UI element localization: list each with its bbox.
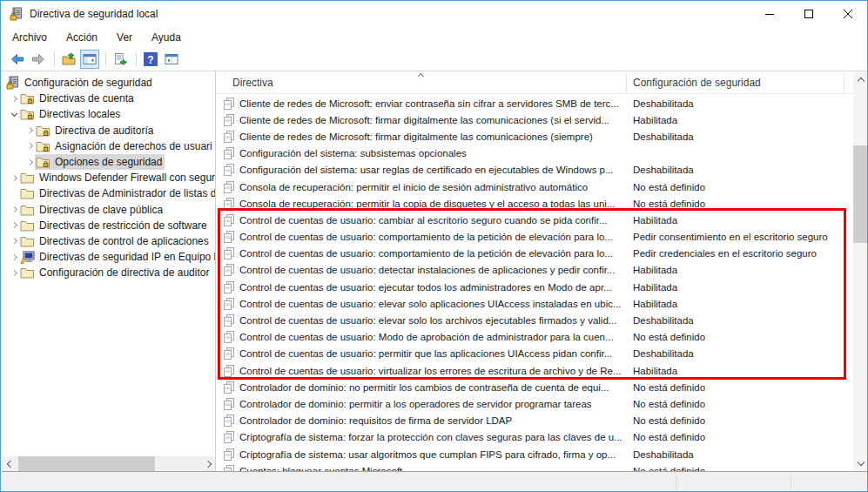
expander-collapsed-icon[interactable] xyxy=(24,160,35,165)
scroll-left-button[interactable] xyxy=(2,456,17,471)
policy-row[interactable]: 10010Configuración del sistema: subsiste… xyxy=(217,145,853,162)
column-header-directiva[interactable]: Directiva xyxy=(232,71,624,94)
policy-row[interactable]: 10010Consola de recuperación: permitir l… xyxy=(217,195,853,212)
expander-collapsed-icon[interactable] xyxy=(9,239,19,243)
menu-ver[interactable]: Ver xyxy=(107,28,142,47)
policy-document-icon: 10010 xyxy=(223,181,235,193)
show-action-pane-button[interactable] xyxy=(162,50,181,69)
menu-accion[interactable]: Acción xyxy=(57,28,107,47)
policy-setting: Deshabilitada xyxy=(633,131,853,142)
tree-item-label: Configuración de directiva de auditor xyxy=(39,266,209,279)
toolbar-separator xyxy=(136,52,137,66)
column-divider[interactable] xyxy=(626,74,627,92)
policy-row[interactable]: 10010Control de cuentas de usuario: camb… xyxy=(217,212,853,228)
svg-text:010: 010 xyxy=(225,302,231,306)
policy-row[interactable]: 10010Cliente de redes de Microsoft: envi… xyxy=(217,95,853,111)
show-console-tree-button[interactable] xyxy=(80,50,99,69)
svg-text:010: 010 xyxy=(225,469,231,471)
policy-setting: Habilitada xyxy=(633,299,853,309)
policy-name: Controlador de dominio: requisitos de fi… xyxy=(239,415,633,426)
up-one-level-button[interactable] xyxy=(59,50,78,69)
expander-collapsed-icon[interactable] xyxy=(9,255,19,259)
tree-item[interactable]: Directivas locales xyxy=(2,106,215,122)
policy-row[interactable]: 10010Consola de recuperación: permitir e… xyxy=(217,179,853,195)
forward-button[interactable] xyxy=(29,50,48,69)
tree-item[interactable]: Configuración de directiva de auditor xyxy=(2,265,215,280)
policy-setting: Deshabilitada xyxy=(633,315,853,326)
expander-collapsed-icon[interactable] xyxy=(9,223,19,227)
expander-expanded-icon[interactable] xyxy=(9,113,19,116)
policy-setting: No está definido xyxy=(633,466,853,471)
policy-row[interactable]: 10010Control de cuentas de usuario: Modo… xyxy=(217,329,853,346)
policy-row[interactable]: 10010Controlador de dominio: permitir a … xyxy=(217,395,853,412)
chevron-down-icon xyxy=(857,458,864,465)
policy-row[interactable]: 10010Control de cuentas de usuario: virt… xyxy=(217,362,853,379)
policy-setting: Deshabilitada xyxy=(633,98,853,109)
close-icon xyxy=(844,10,852,18)
policy-row[interactable]: 10010Cliente de redes de Microsoft: firm… xyxy=(217,111,853,128)
tree-item-label: Directivas locales xyxy=(39,108,120,120)
policy-row[interactable]: 10010Configuración del sistema: usar reg… xyxy=(217,162,853,179)
policy-row[interactable]: 10010Control de cuentas de usuario: elev… xyxy=(217,312,853,328)
expander-collapsed-icon[interactable] xyxy=(24,128,35,132)
policy-document-icon: 10010 xyxy=(223,264,235,276)
policy-row[interactable]: 10010Control de cuentas de usuario: elev… xyxy=(217,295,853,312)
expander-collapsed-icon[interactable] xyxy=(9,271,19,275)
policy-row[interactable]: 10010Cliente de redes de Microsoft: firm… xyxy=(217,128,853,145)
policy-document-icon: 10010 xyxy=(223,448,235,461)
expander-collapsed-icon[interactable] xyxy=(24,144,35,148)
close-button[interactable] xyxy=(828,1,867,27)
chevron-up-icon xyxy=(857,77,864,84)
vertical-scrollbar-thumb[interactable] xyxy=(853,145,868,243)
svg-text:010: 010 xyxy=(225,320,231,323)
back-button[interactable] xyxy=(8,50,27,69)
tree-item[interactable]: Directivas de restricción de software xyxy=(2,218,215,233)
policy-row[interactable]: 10010Criptografía de sistema: forzar la … xyxy=(217,429,853,446)
expander-collapsed-icon[interactable] xyxy=(9,207,19,212)
scroll-up-button[interactable] xyxy=(853,72,868,87)
tree-item[interactable]: Windows Defender Firewall con segur xyxy=(2,170,215,185)
tree-item[interactable]: Directivas de seguridad IP en Equipo l xyxy=(2,249,215,265)
tree-item[interactable]: Directiva de auditoría xyxy=(2,123,215,138)
scroll-down-button[interactable] xyxy=(853,455,868,470)
folder-icon xyxy=(20,219,35,233)
help-icon: ? xyxy=(144,52,158,66)
expander-collapsed-icon[interactable] xyxy=(9,97,19,101)
tree-item[interactable]: Asignación de derechos de usuari xyxy=(2,138,215,154)
policy-row[interactable]: 10010Cuentas: bloquear cuentas Microsoft… xyxy=(217,462,853,471)
tree-item[interactable]: Opciones de seguridad xyxy=(2,154,215,170)
scroll-right-button[interactable] xyxy=(201,456,216,471)
tree-horizontal-scrollbar[interactable] xyxy=(2,456,216,471)
horizontal-scrollbar-thumb[interactable] xyxy=(18,456,155,471)
policy-setting: No está definido xyxy=(633,432,853,442)
titlebar: Directiva de seguridad local xyxy=(1,1,867,27)
tree-item[interactable]: Directivas de cuenta xyxy=(2,91,215,106)
help-button[interactable]: ? xyxy=(141,50,160,69)
policy-row[interactable]: 10010Control de cuentas de usuario: comp… xyxy=(217,229,853,246)
policy-name: Control de cuentas de usuario: elevar so… xyxy=(239,299,633,309)
list-vertical-scrollbar[interactable] xyxy=(853,71,868,471)
policy-row[interactable]: 10010Control de cuentas de usuario: perm… xyxy=(217,346,853,362)
svg-text:?: ? xyxy=(147,54,153,66)
column-header-configuracion[interactable]: Configuración de seguridad xyxy=(633,71,842,94)
expander-collapsed-icon[interactable] xyxy=(9,176,19,180)
policy-setting: Habilitada xyxy=(633,215,853,226)
tree-item[interactable]: Directivas de control de aplicaciones xyxy=(2,233,215,249)
export-list-button[interactable] xyxy=(111,50,130,69)
policy-name: Consola de recuperación: permitir el ini… xyxy=(239,182,633,192)
minimize-button[interactable] xyxy=(750,1,789,27)
policy-row[interactable]: 10010Control de cuentas de usuario: ejec… xyxy=(217,279,853,295)
column-divider[interactable] xyxy=(844,74,844,92)
policy-row[interactable]: 10010Controlador de dominio: requisitos … xyxy=(217,413,853,429)
policy-row[interactable]: 10010Control de cuentas de usuario: comp… xyxy=(217,246,853,262)
policy-row[interactable]: 10010Control de cuentas de usuario: dete… xyxy=(217,262,853,279)
menu-archivo[interactable]: Archivo xyxy=(3,28,57,47)
tree-item[interactable]: Directivas de clave pública xyxy=(2,202,215,218)
tree-item[interactable]: Directivas de Administrador de listas d xyxy=(2,185,215,201)
menu-ayuda[interactable]: Ayuda xyxy=(142,28,191,47)
policy-row[interactable]: 10010Controlador de dominio: no permitir… xyxy=(217,379,853,395)
svg-text:010: 010 xyxy=(225,286,231,289)
tree-item[interactable]: Configuración de seguridad xyxy=(2,75,215,91)
maximize-button[interactable] xyxy=(789,1,828,27)
policy-row[interactable]: 10010Criptografía de sistema: usar algor… xyxy=(217,446,853,462)
